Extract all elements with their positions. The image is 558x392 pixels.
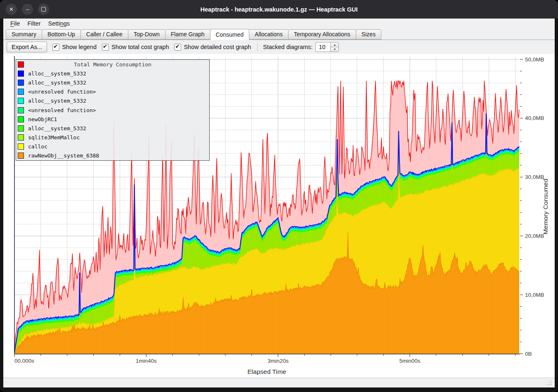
svg-text:30,0MB: 30,0MB — [525, 174, 544, 180]
legend-swatch-icon — [18, 70, 24, 77]
tab-bottom-up[interactable]: Bottom-Up — [42, 29, 81, 40]
close-button[interactable]: ✕ — [6, 4, 17, 15]
tab-top-down[interactable]: Top-Down — [128, 29, 166, 40]
svg-text:1min40s: 1min40s — [136, 358, 157, 364]
legend-row: alloc__system_5332 — [16, 96, 209, 106]
spin-down-button[interactable]: ▼ — [331, 47, 338, 52]
legend-row: calloc — [16, 142, 209, 151]
legend-row: Total Memory Consumption — [16, 60, 209, 69]
menu-item-file[interactable]: File — [7, 20, 24, 27]
checkbox-icon[interactable] — [52, 44, 59, 51]
checkbox-show-total-cost-graph[interactable]: Show total cost graph — [102, 44, 169, 51]
legend-label: Total Memory Consumption — [28, 61, 197, 68]
y-axis-title: Memory Consumed — [542, 178, 549, 234]
toolbar: Export As... Show legendShow total cost … — [3, 40, 555, 54]
checkbox-show-legend[interactable]: Show legend — [52, 44, 97, 51]
legend-swatch-icon — [18, 89, 24, 95]
checkbox-icon[interactable] — [174, 44, 181, 51]
legend-swatch-icon — [18, 98, 24, 104]
legend-row: <unresolved function> — [16, 87, 209, 96]
legend-swatch-icon — [18, 134, 24, 141]
window-controls: ✕ – — [6, 4, 49, 15]
tab-allocations[interactable]: Allocations — [249, 29, 288, 40]
tab-bar: SummaryBottom-UpCaller / CalleeTop-DownF… — [3, 28, 555, 40]
legend-label: alloc__system_5332 — [28, 70, 86, 77]
tab-flame-graph[interactable]: Flame Graph — [165, 29, 210, 40]
legend-row: alloc__system_5332 — [16, 124, 209, 133]
x-axis-title: Elapsed Time — [248, 368, 286, 375]
legend-label: calloc — [28, 143, 47, 150]
legend-swatch-icon — [18, 125, 24, 131]
tab-summary[interactable]: Summary — [6, 29, 42, 40]
status-bar — [3, 378, 555, 387]
legend-row: sqlite3MemMalloc — [16, 133, 209, 142]
svg-text:0B: 0B — [525, 351, 532, 357]
svg-text:50,0MB: 50,0MB — [525, 56, 544, 63]
svg-text:5min00s: 5min00s — [399, 358, 420, 364]
application-window: ✕ – Heaptrack - heaptrack.wakunode.1.gz … — [0, 0, 558, 392]
window-title: Heaptrack - heaptrack.wakunode.1.gz — He… — [50, 0, 508, 19]
legend-label: sqlite3MemMalloc — [28, 134, 80, 141]
maximize-icon — [41, 7, 46, 12]
svg-text:3min20s: 3min20s — [267, 358, 288, 364]
memory-consumption-chart: 00.000s1min40s3min20s5min00s0B10,0MB20,0… — [3, 54, 555, 378]
legend-label: alloc__system_5332 — [28, 80, 86, 86]
legend-row: alloc__system_5332 — [16, 69, 209, 78]
legend-label: alloc__system_5332 — [28, 125, 86, 131]
legend-label: newObjRC1 — [28, 116, 57, 122]
spin-up-button[interactable]: ▲ — [331, 42, 338, 47]
stacked-diagrams-spinbox: ▲ ▼ — [315, 42, 339, 52]
checkbox-show-detailed-cost-graph[interactable]: Show detailed cost graph — [174, 44, 251, 51]
legend-swatch-icon — [18, 153, 24, 159]
legend-swatch-icon — [18, 116, 24, 122]
title-bar: ✕ – Heaptrack - heaptrack.wakunode.1.gz … — [0, 0, 558, 19]
legend-swatch-icon — [18, 61, 24, 68]
checkbox-icon[interactable] — [102, 44, 109, 51]
menu-item-filter[interactable]: Filter — [24, 20, 44, 27]
legend-label: <unresolved function> — [28, 107, 96, 113]
tab-sizes[interactable]: Sizes — [356, 29, 381, 40]
window-content: FileFilterSettings SummaryBottom-UpCalle… — [3, 19, 555, 387]
checkbox-label: Show detailed cost graph — [184, 44, 251, 50]
tab-temporary-allocations[interactable]: Temporary Allocations — [288, 29, 356, 40]
legend-row: newObjRC1 — [16, 115, 209, 124]
legend-row: rawNewObj__system_6388 — [16, 151, 209, 160]
chart-legend: Total Memory Consumptionalloc__system_53… — [16, 59, 210, 161]
legend-row: <unresolved function> — [16, 106, 209, 115]
stacked-diagrams-input[interactable] — [315, 42, 330, 52]
menu-bar: FileFilterSettings — [3, 19, 555, 28]
svg-text:40,0MB: 40,0MB — [525, 115, 544, 121]
menu-item-settings[interactable]: Settings — [45, 20, 73, 27]
minimize-button[interactable]: – — [22, 4, 33, 15]
legend-row: alloc__system_5332 — [16, 78, 209, 87]
tab-consumed[interactable]: Consumed — [210, 29, 250, 40]
export-as-button[interactable]: Export As... — [7, 42, 47, 52]
legend-swatch-icon — [18, 143, 24, 150]
legend-label: alloc__system_5332 — [28, 98, 86, 104]
resize-grip[interactable] — [546, 380, 551, 385]
svg-text:20,0MB: 20,0MB — [525, 233, 544, 239]
checkbox-label: Show total cost graph — [111, 44, 169, 50]
close-icon: ✕ — [9, 7, 14, 12]
toolbar-separator — [257, 43, 258, 51]
tab-caller-callee[interactable]: Caller / Callee — [80, 29, 128, 40]
maximize-button[interactable] — [38, 4, 49, 15]
checkbox-label: Show legend — [62, 44, 97, 50]
legend-label: rawNewObj__system_6388 — [28, 153, 99, 159]
svg-text:00.000s: 00.000s — [14, 358, 34, 364]
legend-swatch-icon — [18, 80, 24, 86]
legend-label: <unresolved function> — [28, 89, 96, 95]
stacked-diagrams-label: Stacked diagrams: — [263, 44, 312, 50]
svg-text:10,0MB: 10,0MB — [525, 292, 544, 298]
legend-swatch-icon — [18, 107, 24, 113]
minimize-icon: – — [26, 7, 29, 12]
